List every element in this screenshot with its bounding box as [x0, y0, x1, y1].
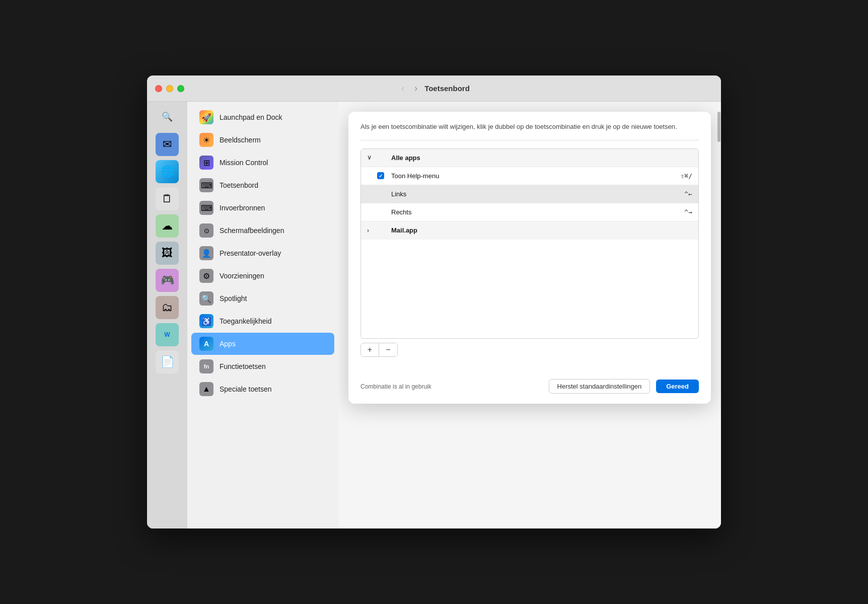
sheet-body: Als je een toetscombinatie wilt wijzigen… [348, 112, 711, 373]
presenter-icon: 👤 [199, 246, 213, 260]
traffic-lights [155, 85, 184, 92]
sheet-instruction: Als je een toetscombinatie wilt wijzigen… [360, 122, 699, 140]
status-text: Combinatie is al in gebruik [360, 383, 431, 390]
expand-mail-icon: › [367, 227, 377, 234]
icon-misc2[interactable]: ☁ [156, 214, 179, 238]
accessibility-label: Toegankelijkheid [220, 317, 272, 325]
sheet: Als je een toetscombinatie wilt wijzigen… [348, 112, 711, 404]
back-button[interactable]: ‹ [398, 82, 407, 95]
special-label: Speciale toetsen [220, 385, 272, 393]
sidebar-item-spotlight[interactable]: 🔍 Spotlight [191, 287, 334, 310]
apps-icon: A [199, 337, 213, 351]
icon-misc1[interactable]: 🗒 [156, 187, 179, 210]
spotlight-label: Spotlight [220, 294, 247, 303]
sidebar-item-special[interactable]: ▲ Speciale toetsen [191, 378, 334, 400]
keyboard-icon: ⌨ [199, 178, 213, 192]
sidebar-item-launchpad[interactable]: 🚀 Launchpad en Dock [191, 106, 334, 128]
keyboard-label: Toetsenbord [220, 181, 258, 189]
mission-label: Mission Control [220, 159, 268, 167]
shortcut-rechts: ^→ [684, 208, 692, 216]
input-icon: ⌨ [199, 201, 213, 215]
group-mail-label: Mail.app [389, 226, 692, 234]
sidebar-item-keyboard[interactable]: ⌨ Toetsenbord [191, 174, 334, 196]
sidebar-item-input[interactable]: ⌨ Invoerbronnen [191, 197, 334, 219]
forward-button[interactable]: › [411, 82, 420, 95]
screenshot-label: Schermafbeeldingen [220, 226, 284, 235]
shortcut-help-menu: ⇧⌘/ [681, 172, 692, 180]
icon-misc7[interactable]: 📄 [156, 350, 179, 373]
main-window: ‹ › Toetsenbord 🔍 ✉ 🌐 🗒 ☁ 🖼 🎮 🗂 W 📄 🚀 La… [147, 76, 721, 528]
add-button[interactable]: + [361, 343, 379, 356]
voorzieningen-icon: ⚙ [199, 269, 213, 283]
screenshot-icon: ⊙ [199, 223, 213, 238]
sidebar-item-accessibility[interactable]: ♿ Toegankelijkheid [191, 310, 334, 332]
done-button[interactable]: Gereed [656, 380, 699, 393]
label-rechts: Rechts [389, 208, 684, 216]
display-icon: ☀ [199, 133, 213, 147]
sidebar-list: 🚀 Launchpad en Dock ☀ Beeldscherm ⊞ Miss… [187, 102, 338, 528]
label-help-menu: Toon Help-menu [389, 172, 681, 180]
close-button[interactable] [155, 85, 162, 92]
fn-icon: fn [199, 359, 213, 373]
minimize-button[interactable] [166, 85, 173, 92]
sheet-overlay: Als je een toetscombinatie wilt wijzigen… [338, 102, 721, 528]
shortcut-links: ^← [684, 190, 692, 198]
icon-misc3[interactable]: 🖼 [156, 242, 179, 265]
main-content: 🔍 ✉ 🌐 🗒 ☁ 🖼 🎮 🗂 W 📄 🚀 Launchpad en Dock … [147, 102, 721, 528]
sidebar-item-screenshot[interactable]: ⊙ Schermafbeeldingen [191, 219, 334, 242]
display-label: Beeldscherm [220, 136, 261, 144]
sidebar-item-display[interactable]: ☀ Beeldscherm [191, 129, 334, 151]
table-row-help-menu[interactable]: Toon Help-menu ⇧⌘/ [361, 167, 698, 185]
expand-alle-apps-icon: ∨ [367, 154, 377, 161]
launchpad-icon: 🚀 [199, 110, 213, 124]
icon-safari[interactable]: 🌐 [156, 160, 179, 183]
shortcut-table: ∨ Alle apps Toon Help-menu [360, 148, 699, 339]
fn-label: Functietoetsen [220, 362, 266, 370]
sidebar-item-fn[interactable]: fn Functietoetsen [191, 355, 334, 378]
maximize-button[interactable] [177, 85, 184, 92]
apps-label: Apps [220, 340, 236, 348]
label-links: Links [389, 190, 684, 198]
table-row-rechts[interactable]: Rechts ^→ [361, 203, 698, 221]
icon-mail[interactable]: ✉ [156, 133, 179, 156]
input-label: Invoerbronnen [220, 204, 265, 212]
icon-misc5[interactable]: 🗂 [156, 296, 179, 319]
icon-misc6[interactable]: W [156, 323, 179, 346]
titlebar: ‹ › Toetsenbord [147, 76, 721, 102]
sidebar-item-presenter[interactable]: 👤 Presentator-overlay [191, 242, 334, 264]
sheet-footer: Combinatie is al in gebruik Herstel stan… [348, 373, 711, 404]
mission-icon: ⊞ [199, 156, 213, 170]
presenter-label: Presentator-overlay [220, 249, 281, 257]
sidebar-icons: 🔍 ✉ 🌐 🗒 ☁ 🖼 🎮 🗂 W 📄 [147, 102, 187, 528]
reset-button[interactable]: Herstel standaardinstellingen [549, 379, 650, 394]
accessibility-icon: ♿ [199, 314, 213, 328]
right-panel: Als je een toetscombinatie wilt wijzigen… [338, 102, 721, 528]
special-icon: ▲ [199, 382, 213, 396]
search-icon[interactable]: 🔍 [158, 108, 176, 126]
sidebar-item-mission[interactable]: ⊞ Mission Control [191, 152, 334, 174]
spotlight-icon: 🔍 [199, 291, 213, 306]
remove-button[interactable]: − [379, 343, 397, 356]
table-controls: + − [360, 343, 398, 357]
footer-right: Herstel standaardinstellingen Gereed [549, 379, 699, 394]
group-alle-apps[interactable]: ∨ Alle apps [361, 149, 698, 167]
voorzieningen-label: Voorzieningen [220, 272, 264, 280]
icon-misc4[interactable]: 🎮 [156, 269, 179, 292]
group-mail-app[interactable]: › Mail.app [361, 221, 698, 240]
checkbox-help-menu[interactable] [377, 172, 389, 179]
titlebar-nav: ‹ › Toetsenbord [398, 82, 470, 95]
checkbox-help-menu-box[interactable] [377, 172, 384, 179]
group-alle-apps-label: Alle apps [389, 154, 692, 162]
window-title: Toetsenbord [424, 84, 470, 93]
sidebar-item-apps[interactable]: A Apps [191, 333, 334, 355]
sidebar-item-voorzieningen[interactable]: ⚙ Voorzieningen [191, 265, 334, 287]
table-row-links[interactable]: Links ^← [361, 185, 698, 203]
launchpad-label: Launchpad en Dock [220, 113, 282, 121]
